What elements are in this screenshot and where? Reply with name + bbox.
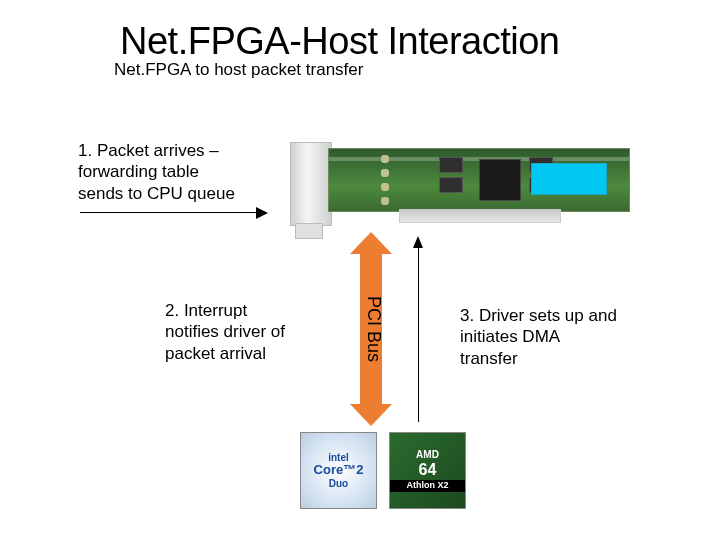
slide-subtitle: Net.FPGA to host packet transfer [114,60,363,80]
step-2-text: 2. Interrupt notifies driver of packet a… [165,300,285,364]
capacitor [381,197,389,205]
pcb [328,148,630,212]
sram-chip [439,157,463,173]
sram-chip [439,177,463,193]
step-3-text: 3. Driver sets up and initiates DMA tran… [460,305,620,369]
pci-bracket [290,142,332,226]
pci-bus-label: PCI Bus [358,284,384,374]
intel-core2-logo: intel Core™2 Duo [300,432,377,509]
netfpga-board [290,148,630,243]
capacitor [381,169,389,177]
driver-to-board-arrow [412,236,426,422]
capacitor [381,155,389,163]
cpu-queue-highlight [531,163,607,195]
fpga-chip [479,159,521,201]
packet-in-arrow [80,204,270,220]
edge-connector [399,209,561,223]
slide-title: Net.FPGA-Host Interaction [120,20,559,63]
logo-text: 64 [415,460,441,480]
slide: Net.FPGA-Host Interaction Net.FPGA to ho… [0,0,720,540]
amd-athlon64-logo: AMD 64 Athlon X2 [389,432,466,509]
logo-text: Core™2 [314,463,364,477]
step-1-text: 1. Packet arrives – forwarding table sen… [78,140,248,204]
pci-bus-arrow: PCI Bus [350,232,392,426]
logo-text: Athlon X2 [390,480,465,492]
logo-text: Duo [329,478,348,489]
logo-text: AMD [416,449,439,460]
cpu-logos: intel Core™2 Duo AMD 64 Athlon X2 [300,432,466,509]
capacitor [381,183,389,191]
